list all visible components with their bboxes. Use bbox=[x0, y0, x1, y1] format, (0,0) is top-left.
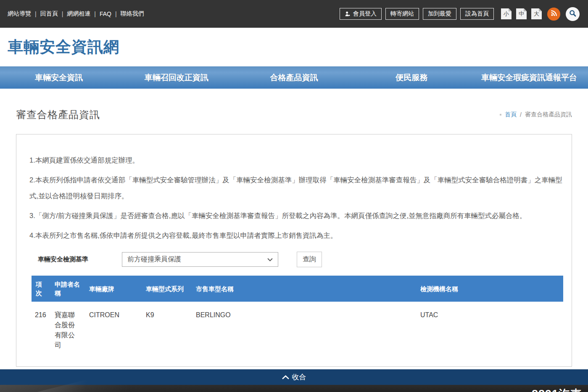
set-homepage-button[interactable]: 設為首頁 bbox=[460, 8, 494, 20]
nav-item-convenience-services[interactable]: 便民服務 bbox=[353, 66, 470, 89]
standard-select[interactable]: 前方碰撞乘員保護 bbox=[122, 252, 278, 267]
rss-button[interactable] bbox=[547, 8, 560, 21]
nav-item-recall-info[interactable]: 車輛召回改正資訊 bbox=[118, 66, 235, 89]
font-size-large-button[interactable]: 大 bbox=[531, 8, 542, 19]
link-separator: | bbox=[94, 11, 96, 17]
table-row: 216 寶嘉聯合股份有限公司 CITROEN K9 BERLINGO UTAC bbox=[32, 302, 563, 354]
col-header-seq: 項次 bbox=[32, 276, 51, 302]
cell-brand: CITROEN bbox=[86, 302, 142, 354]
standard-select-value: 前方碰撞乘員保護 bbox=[127, 255, 181, 264]
col-header-brand: 車輛廠牌 bbox=[86, 276, 142, 302]
member-login-button[interactable]: 會員登入 bbox=[340, 8, 382, 20]
col-header-model: 市售車型名稱 bbox=[192, 276, 417, 302]
link-sitemap[interactable]: 網站導覽 bbox=[8, 10, 31, 18]
add-favorite-button[interactable]: 加到最愛 bbox=[423, 8, 456, 20]
cell-agency: UTAC bbox=[417, 302, 563, 354]
chevron-down-icon bbox=[267, 256, 273, 263]
link-faq[interactable]: FAQ bbox=[100, 11, 111, 17]
query-button[interactable]: 查詢 bbox=[297, 252, 322, 267]
col-header-series: 車輛型式系列 bbox=[142, 276, 192, 302]
note-2: 2.本表所列係指申請者依交通部「車輛型式安全審驗管理辦法」及「車輛安全檢測基準」… bbox=[29, 172, 563, 204]
search-button[interactable] bbox=[566, 7, 580, 21]
forward-site-label: 轉寄網站 bbox=[390, 10, 414, 18]
note-1: 1.本網頁建置係依交通部規定辦理。 bbox=[29, 152, 563, 168]
link-contact[interactable]: 聯絡我們 bbox=[121, 10, 144, 18]
font-size-switcher: 小 中 大 bbox=[501, 8, 542, 19]
main-content: 審查合格產品資訊 首頁 / 審查合格產品資訊 1.本網頁建置係依交通部規定辦理。… bbox=[0, 108, 588, 367]
chevron-up-icon bbox=[282, 373, 289, 381]
breadcrumb: 首頁 / 審查合格產品資訊 bbox=[500, 111, 572, 118]
filter-row: 車輛安全檢測基準 前方碰撞乘員保護 查詢 bbox=[38, 252, 563, 267]
forward-site-button[interactable]: 轉寄網站 bbox=[385, 8, 419, 20]
breadcrumb-home-link[interactable]: 首頁 bbox=[505, 111, 517, 118]
topbar: 網站導覽 | 回首頁 | 網網相連 | FAQ | 聯絡我們 會員登入 轉寄網站… bbox=[0, 0, 588, 28]
nav-item-defect-report-platform[interactable]: 車輛安全瑕疵資訊通報平台 bbox=[470, 66, 588, 89]
nav-item-vehicle-safety-info[interactable]: 車輛安全資訊 bbox=[0, 66, 118, 89]
site-logo[interactable]: 車輛安全資訊網 bbox=[8, 37, 119, 58]
search-icon bbox=[569, 9, 577, 18]
nav-item-qualified-products[interactable]: 合格產品資訊 bbox=[235, 66, 353, 89]
link-related-sites[interactable]: 網網相連 bbox=[67, 10, 90, 18]
note-4: 4.本表所列之市售名稱,係依申請者所提供之內容登載,最終市售車型以申請者實際上市… bbox=[29, 227, 563, 243]
cell-series: K9 bbox=[142, 302, 192, 354]
link-separator: | bbox=[62, 11, 63, 17]
link-home[interactable]: 回首頁 bbox=[40, 10, 58, 18]
person-icon bbox=[345, 11, 351, 17]
rss-icon bbox=[550, 10, 557, 18]
breadcrumb-separator: / bbox=[520, 111, 522, 118]
cell-applicant: 寶嘉聯合股份有限公司 bbox=[51, 302, 86, 354]
add-favorite-label: 加到最愛 bbox=[428, 10, 451, 18]
breadcrumb-current: 審查合格產品資訊 bbox=[525, 111, 572, 118]
col-header-agency: 檢測機構名稱 bbox=[417, 276, 563, 302]
header: 車輛安全資訊網 bbox=[0, 28, 588, 66]
col-header-applicant: 申請者名稱 bbox=[51, 276, 86, 302]
link-separator: | bbox=[35, 11, 37, 17]
standard-filter-label: 車輛安全檢測基準 bbox=[38, 255, 122, 263]
page-head: 審查合格產品資訊 首頁 / 審查合格產品資訊 bbox=[16, 108, 572, 121]
breadcrumb-home-icon bbox=[500, 114, 501, 116]
table-header-row: 項次 申請者名稱 車輛廠牌 車輛型式系列 市售車型名稱 檢測機構名稱 bbox=[32, 276, 563, 302]
cell-model: BERLINGO bbox=[192, 302, 417, 354]
watermark-8891: 8891汽車 bbox=[532, 387, 582, 392]
link-separator: | bbox=[115, 11, 117, 17]
collapse-label: 收合 bbox=[292, 372, 306, 382]
utility-links: 網站導覽 | 回首頁 | 網網相連 | FAQ | 聯絡我們 bbox=[8, 10, 144, 18]
note-3: 3.「側方/前方碰撞乘員保護」是否經審查合格,應以「車輛安全檢測基準審查報告」所… bbox=[29, 208, 563, 224]
font-size-medium-button[interactable]: 中 bbox=[516, 8, 527, 19]
cell-seq: 216 bbox=[32, 302, 51, 354]
footer-photo: 8891汽車 bbox=[0, 385, 588, 392]
member-login-label: 會員登入 bbox=[353, 10, 377, 18]
results-table: 項次 申請者名稱 車輛廠牌 車輛型式系列 市售車型名稱 檢測機構名稱 216 寶… bbox=[32, 276, 563, 354]
set-homepage-label: 設為首頁 bbox=[465, 10, 489, 18]
content-box: 1.本網頁建置係依交通部規定辦理。 2.本表所列係指申請者依交通部「車輛型式安全… bbox=[16, 134, 572, 367]
main-navigation: 車輛安全資訊 車輛召回改正資訊 合格產品資訊 便民服務 車輛安全瑕疵資訊通報平台 bbox=[0, 66, 588, 89]
topbar-actions: 會員登入 轉寄網站 加到最愛 設為首頁 小 中 大 bbox=[340, 7, 580, 21]
page-title: 審查合格產品資訊 bbox=[16, 108, 100, 121]
font-size-small-button[interactable]: 小 bbox=[501, 8, 512, 19]
